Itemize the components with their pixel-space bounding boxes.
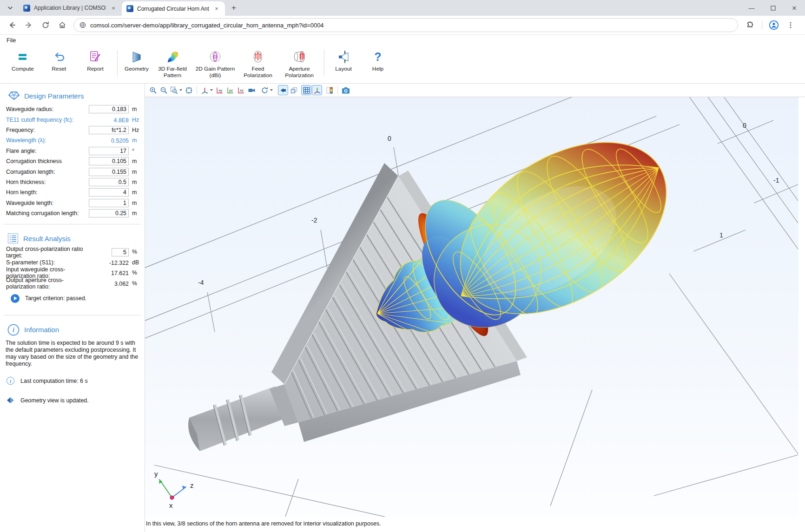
result-analysis-icon bbox=[7, 233, 19, 244]
compute-icon bbox=[16, 49, 30, 65]
gain-2d-icon bbox=[208, 49, 222, 65]
app-ribbon: Compute Reset Report Geometry 3D Far-fie… bbox=[0, 46, 805, 84]
result-row: Output aperture cross-polarization ratio… bbox=[0, 278, 145, 288]
param-row: Waveguide radius:m bbox=[0, 104, 145, 114]
dropdown-caret bbox=[270, 89, 273, 91]
window-controls: — ✕ bbox=[741, 0, 805, 16]
geometry-updated-row: Geometry view is updated. bbox=[0, 385, 145, 404]
param-row: Corrugation length:m bbox=[0, 166, 145, 177]
new-tab-button[interactable]: + bbox=[228, 2, 240, 14]
profile-button[interactable] bbox=[767, 18, 781, 32]
compute-button[interactable]: Compute bbox=[5, 46, 41, 81]
information-header: i Information bbox=[0, 321, 145, 339]
geometry-button[interactable]: Geometry bbox=[121, 46, 152, 81]
screenshot-icon[interactable] bbox=[341, 85, 351, 95]
param-row: Waveguide length:m bbox=[0, 198, 145, 208]
report-button[interactable]: Report bbox=[77, 46, 113, 81]
aperture-polarization-icon bbox=[292, 49, 306, 65]
tab-title: Application Library | COMSOL S bbox=[34, 5, 106, 11]
toolbar-separator bbox=[337, 86, 338, 94]
information-body: The solution time is expected to be arou… bbox=[0, 339, 145, 368]
help-button[interactable]: ? Help bbox=[365, 46, 390, 81]
tab-search-button[interactable] bbox=[4, 1, 17, 14]
scene-light-toggle[interactable] bbox=[278, 85, 288, 95]
zoom-extents-icon[interactable] bbox=[184, 85, 194, 95]
extensions-button[interactable] bbox=[743, 18, 757, 32]
close-button[interactable]: ✕ bbox=[784, 0, 805, 16]
output-cross-polarization-value: 3.062 bbox=[114, 281, 129, 287]
browser-tab-strip: Application Library | COMSOL S × Corruga… bbox=[0, 0, 805, 16]
view-xz-icon[interactable]: xz bbox=[236, 85, 246, 95]
param-row: TE11 cutoff frequency (fc):4.8E8Hz bbox=[0, 114, 145, 125]
te11-cutoff-value: 4.8E8 bbox=[114, 117, 129, 124]
3d-graphics-canvas[interactable]: 0 -2 -4 0 -1 1 bbox=[145, 97, 798, 517]
graphics-toolbar: xy yz xz bbox=[145, 84, 805, 97]
rotate-view-icon[interactable] bbox=[260, 85, 274, 95]
zoom-in-icon[interactable] bbox=[148, 85, 158, 95]
tab-close-icon[interactable]: × bbox=[213, 5, 220, 13]
param-row: Corrugation thicknessm bbox=[0, 156, 145, 166]
grid-toggle[interactable] bbox=[301, 85, 311, 95]
matching-corrugation-length-input[interactable] bbox=[89, 209, 129, 217]
cross-polarization-target-input[interactable] bbox=[112, 248, 129, 256]
wavelength-value: 0.5205 bbox=[111, 138, 129, 144]
svg-text:yz: yz bbox=[229, 88, 233, 92]
corrugation-thickness-input[interactable] bbox=[89, 157, 129, 165]
url-bar[interactable]: comsol.com/server-demo/app/library_corru… bbox=[73, 18, 738, 32]
tick-label: 1 bbox=[719, 231, 723, 239]
scene-camera-icon[interactable] bbox=[246, 85, 257, 95]
default-view-icon[interactable] bbox=[200, 85, 214, 95]
section-divider bbox=[4, 315, 141, 315]
maximize-icon bbox=[771, 6, 776, 11]
triad-label-z: z bbox=[190, 481, 194, 489]
browser-menu-button[interactable] bbox=[784, 18, 798, 32]
dropdown-caret bbox=[179, 89, 182, 91]
section-divider bbox=[4, 224, 141, 224]
navbar-separator bbox=[762, 21, 762, 29]
site-info-icon bbox=[79, 22, 86, 28]
minimize-button[interactable]: — bbox=[741, 0, 762, 16]
triad-label-x: x bbox=[169, 501, 173, 509]
feed-polarization-icon bbox=[251, 49, 265, 65]
forward-button[interactable] bbox=[22, 18, 36, 32]
feed-polarization-button[interactable]: Feed Polarization bbox=[238, 46, 278, 81]
gain-2d-button[interactable]: 2D Gain Pattern (dBi) bbox=[193, 46, 238, 81]
back-arrow-icon bbox=[8, 21, 16, 29]
tab-close-icon[interactable]: × bbox=[110, 4, 117, 12]
zoom-out-icon[interactable] bbox=[158, 85, 169, 95]
axis-orientation-toggle[interactable] bbox=[312, 85, 322, 95]
file-menu[interactable]: File bbox=[7, 37, 16, 44]
zoom-box-icon[interactable] bbox=[169, 85, 183, 95]
horn-thickness-input[interactable] bbox=[89, 178, 129, 186]
reset-button[interactable]: Reset bbox=[41, 46, 77, 81]
waveguide-length-input[interactable] bbox=[89, 199, 129, 207]
param-row: Frequency:Hz bbox=[0, 125, 145, 135]
layout-button[interactable]: Layout bbox=[328, 46, 359, 81]
frequency-input[interactable] bbox=[89, 126, 129, 134]
browser-tab-inactive[interactable]: Application Library | COMSOL S × bbox=[19, 0, 122, 16]
home-icon bbox=[58, 21, 66, 29]
result-row: Output cross-polarization ratio target:% bbox=[0, 247, 145, 257]
reload-button[interactable] bbox=[39, 18, 53, 32]
aperture-polarization-button[interactable]: Aperture Polarization bbox=[278, 46, 320, 81]
geometry-updated-icon bbox=[7, 397, 14, 404]
maximize-button[interactable] bbox=[762, 0, 784, 16]
toolbar-separator bbox=[197, 86, 197, 94]
chevron-down-icon bbox=[7, 5, 13, 11]
play-icon bbox=[11, 294, 20, 303]
browser-tab-active[interactable]: Corrugated Circular Horn Anten × bbox=[122, 1, 225, 16]
back-button[interactable] bbox=[5, 18, 19, 32]
flare-angle-input[interactable] bbox=[89, 147, 129, 155]
graphics-area: xy yz xz bbox=[145, 84, 805, 532]
view-yz-icon[interactable]: yz bbox=[225, 85, 235, 95]
browser-navbar: comsol.com/server-demo/app/library_corru… bbox=[0, 16, 805, 35]
waveguide-radius-input[interactable] bbox=[89, 105, 129, 113]
view-xy-icon[interactable]: xy bbox=[214, 85, 224, 95]
transparency-toggle[interactable] bbox=[289, 85, 299, 95]
corrugation-length-input[interactable] bbox=[89, 168, 129, 176]
tick-label: -4 bbox=[198, 279, 204, 286]
home-button[interactable] bbox=[55, 18, 69, 32]
farfield-3d-button[interactable]: 3D Far-field Pattern bbox=[152, 46, 193, 81]
color-legend-toggle[interactable] bbox=[324, 85, 335, 95]
horn-length-input[interactable] bbox=[89, 188, 129, 197]
